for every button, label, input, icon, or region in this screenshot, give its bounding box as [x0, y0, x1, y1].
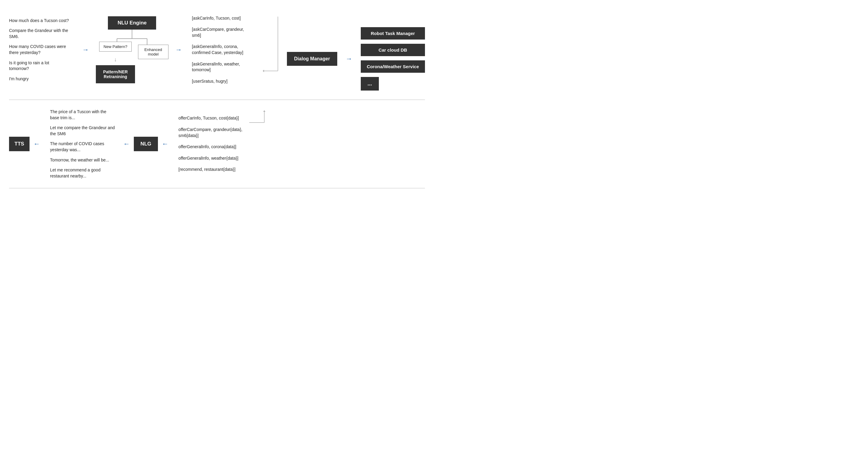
bottom-connector-svg — [249, 110, 267, 177]
arrow-utterances-to-nlu: → — [82, 47, 89, 53]
utterance-5: I'm hungry — [9, 76, 69, 82]
nlu-engine-box: NLU Engine — [108, 16, 156, 30]
response-4: Tomorrow, the weather will be... — [50, 157, 116, 163]
output-intent-3: offerGeneralInfo, corona{data}] — [179, 144, 245, 150]
service-car-db: Car cloud DB — [361, 44, 425, 56]
responses-column: The price of a Tuscon with the base trim… — [50, 109, 116, 179]
arrow-dialog-to-services: → — [346, 56, 352, 62]
arrow-tts-to-responses: ← — [33, 141, 40, 147]
tts-box: TTS — [9, 137, 30, 151]
utterance-2: Compare the Grandeur with the SM6. — [9, 28, 69, 39]
utterance-1: How much does a Tucson cost? — [9, 18, 69, 24]
intents-column: [askCarInfo, Tucson, cost] [askCarCompar… — [192, 16, 252, 85]
output-intent-5: [recommend, restaurant{data}] — [179, 167, 245, 173]
bottom-section: TTS ← The price of a Tuscon with the bas… — [0, 100, 434, 188]
output-intent-2: offerCarCompare, grandeur{data}, sm6{dat… — [179, 127, 245, 139]
output-intent-4: offerGeneralInfo, weather{data}] — [179, 156, 245, 162]
main-container: How much does a Tucson cost? Compare the… — [0, 0, 434, 188]
intent-1: [askCarInfo, Tucson, cost] — [192, 16, 252, 22]
dialog-manager-row: Dialog Manager → Robot Task Manager Car … — [287, 27, 425, 90]
svg-marker-9 — [263, 110, 266, 112]
output-intent-1: offerCarInfo, Tucson, cost{data}] — [179, 115, 245, 121]
new-pattern-box: New Pattern? — [99, 41, 132, 52]
intent-3: [askGeneralInfo, corona, confirmed Case,… — [192, 44, 252, 56]
intent-4: [askGeneralInfo, weather, tomorrow] — [192, 61, 252, 73]
arrow-responses-to-nlg: ← — [123, 141, 130, 147]
dialog-manager-box: Dialog Manager — [287, 52, 337, 66]
utterance-3: How many COVID cases were there yesterda… — [9, 44, 69, 56]
service-more: ... — [361, 77, 379, 90]
services-column: Robot Task Manager Car cloud DB Corona/W… — [361, 27, 425, 90]
vertical-connector-svg — [263, 17, 281, 83]
nlg-box: NLG — [134, 137, 158, 151]
service-robot: Robot Task Manager — [361, 27, 425, 39]
pattern-ner-box: Pattern/NER Retranining — [96, 65, 135, 83]
divider-bottom — [9, 188, 425, 188]
svg-marker-6 — [263, 70, 264, 72]
response-2: Let me compare the Grandeur and the SM6 — [50, 125, 116, 137]
response-3: The number of COVID cases yesterday was.… — [50, 141, 116, 153]
output-intents-column: offerCarInfo, Tucson, cost{data}] offerC… — [179, 115, 245, 173]
enhanced-model-box: Enhanced model — [138, 45, 168, 59]
response-1: The price of a Tuscon with the base trim… — [50, 109, 116, 121]
utterance-4: Is it going to rain a lot tomorrow? — [9, 60, 69, 72]
intent-5: [userSratus, hugry] — [192, 79, 252, 85]
arrow-nlg-to-output-intents: ← — [162, 141, 168, 147]
service-corona: Corona/Weather Service — [361, 60, 425, 73]
response-5: Let me recommend a good restaurant nearb… — [50, 167, 116, 179]
utterances-column: How much does a Tucson cost? Compare the… — [9, 18, 69, 82]
top-section: How much does a Tucson cost? Compare the… — [0, 0, 434, 100]
intent-2: [askCarCompare, grandeur, sm6] — [192, 27, 252, 38]
arrow-nlu-to-intents: → — [176, 47, 182, 53]
